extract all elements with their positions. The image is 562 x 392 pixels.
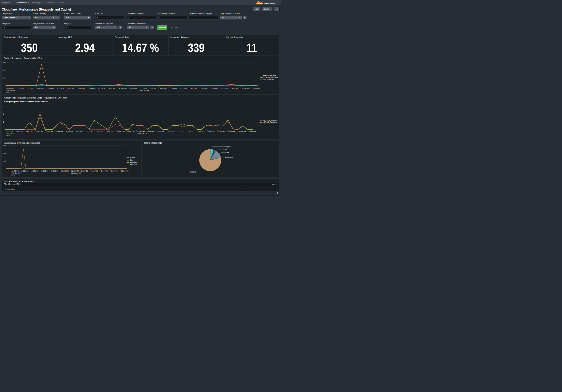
svg-text:2:00 PM: 2:00 PM [37, 87, 44, 89]
svg-text:2:00 AM: 2:00 AM [81, 170, 88, 172]
svg-text:6:00 AM: 6:00 AM [198, 131, 204, 133]
svg-text:200: 200 [3, 152, 6, 154]
svg-text:5:00 AM: 5:00 AM [188, 131, 194, 133]
svg-text:7:00 AM: 7:00 AM [211, 87, 218, 89]
svg-text:100: 100 [2, 77, 5, 79]
svg-text:2:00 AM: 2:00 AM [160, 87, 166, 89]
svg-text:unknown: unknown [130, 163, 137, 165]
svg-text:7:00 PM: 7:00 PM [88, 87, 95, 89]
svg-text:11:00 AM: 11:00 AM [6, 131, 13, 133]
svg-text:1:00 PM: 1:00 PM [26, 131, 33, 133]
svg-text:11:00 PM: 11:00 PM [129, 87, 137, 89]
svg-text:4:00 PM: 4:00 PM [31, 170, 38, 172]
svg-text:6:00 AM: 6:00 AM [201, 87, 207, 89]
svg-text:5:00 AM: 5:00 AM [191, 87, 197, 89]
svg-text:Wed Jun 12: Wed Jun 12 [137, 133, 147, 135]
svg-text:12:00 PM: 12:00 PM [12, 170, 19, 172]
svg-text:2019: 2019 [6, 135, 10, 137]
svg-text:Tue Jun 11: Tue Jun 11 [6, 89, 15, 92]
svg-text:11:00 AM: 11:00 AM [248, 131, 256, 133]
svg-text:100: 100 [3, 160, 6, 162]
svg-text:200: 200 [2, 69, 5, 71]
svg-text:Wed Jun 12: Wed Jun 12 [140, 89, 149, 92]
svg-text:1:00 AM: 1:00 AM [147, 131, 154, 133]
svg-text:8:00 PM: 8:00 PM [51, 170, 58, 172]
svg-text:avg_total_requests: avg_total_requests [263, 121, 277, 123]
svg-text:7:00 PM: 7:00 PM [87, 131, 93, 133]
svg-text:4:00 PM: 4:00 PM [56, 131, 63, 133]
svg-text:10:00 PM: 10:00 PM [119, 87, 127, 89]
svg-text:300: 300 [3, 145, 6, 147]
svg-text:6:00 PM: 6:00 PM [41, 170, 48, 172]
svg-text:5:00 PM: 5:00 PM [68, 87, 74, 89]
svg-text:300: 300 [2, 61, 5, 63]
svg-text:8:00 AM: 8:00 AM [111, 170, 117, 172]
svg-text:Wed Jun 12: Wed Jun 12 [71, 172, 81, 174]
svg-text:10:00 AM: 10:00 AM [121, 170, 128, 172]
svg-text:hit: hit [225, 149, 227, 150]
svg-text:2019: 2019 [6, 91, 10, 93]
svg-text:3:00 PM: 3:00 PM [47, 87, 54, 89]
svg-text:expired: expired [225, 146, 231, 148]
svg-text:2019: 2019 [12, 174, 16, 176]
svg-text:1:00 PM: 1:00 PM [27, 87, 33, 89]
svg-text:12:00 PM: 12:00 PM [16, 131, 23, 133]
svg-text:revalidated: revalidated [225, 157, 233, 159]
svg-text:4:00 AM: 4:00 AM [180, 87, 187, 89]
svg-text:12:00 AM: 12:00 AM [71, 170, 79, 172]
svg-text:8:00 AM: 8:00 AM [221, 87, 228, 89]
svg-text:8:00 PM: 8:00 PM [97, 131, 103, 133]
svg-text:8:00 AM: 8:00 AM [218, 131, 224, 133]
svg-text:3:00 AM: 3:00 AM [170, 87, 176, 89]
svg-text:4:00 AM: 4:00 AM [91, 170, 97, 172]
svg-text:9:00 AM: 9:00 AM [232, 87, 238, 89]
svg-text:11:00 PM: 11:00 PM [127, 131, 134, 133]
svg-text:total_requests: total_requests [263, 78, 274, 80]
svg-text:unknown: unknown [189, 171, 196, 173]
svg-text:8:00 PM: 8:00 PM [98, 87, 105, 89]
svg-text:4:00 PM: 4:00 PM [57, 87, 64, 89]
svg-text:10:00 PM: 10:00 PM [61, 170, 69, 172]
svg-text:9:00 AM: 9:00 AM [228, 131, 234, 133]
svg-text:3:00 PM: 3:00 PM [46, 131, 53, 133]
svg-text:11:00 AM: 11:00 AM [252, 87, 260, 89]
svg-text:6: 6 [3, 105, 4, 107]
svg-text:12:00 PM: 12:00 PM [16, 87, 24, 89]
svg-text:6:00 PM: 6:00 PM [78, 87, 84, 89]
svg-text:2: 2 [3, 121, 4, 123]
svg-text:4: 4 [3, 113, 4, 115]
svg-text:11:00 AM: 11:00 AM [6, 87, 13, 89]
svg-text:9:00 PM: 9:00 PM [109, 87, 115, 89]
svg-text:miss: miss [225, 151, 229, 153]
svg-text:5:00 PM: 5:00 PM [66, 131, 73, 133]
svg-text:7:00 AM: 7:00 AM [208, 131, 214, 133]
svg-text:4:00 AM: 4:00 AM [178, 131, 184, 133]
svg-text:10:00 PM: 10:00 PM [117, 131, 125, 133]
svg-text:6:00 AM: 6:00 AM [101, 170, 107, 172]
svg-text:2:00 AM: 2:00 AM [157, 131, 164, 133]
svg-text:Tue Jun 11: Tue Jun 11 [6, 133, 14, 135]
svg-text:9:00 PM: 9:00 PM [107, 131, 114, 133]
svg-text:10:00 AM: 10:00 AM [238, 131, 246, 133]
svg-text:2:00 PM: 2:00 PM [36, 131, 43, 133]
svg-text:1:00 AM: 1:00 AM [150, 87, 156, 89]
svg-text:6:00 PM: 6:00 PM [76, 131, 83, 133]
svg-text:12:00 AM: 12:00 AM [137, 131, 145, 133]
svg-text:12:00 AM: 12:00 AM [140, 87, 147, 89]
svg-text:3:00 AM: 3:00 AM [167, 131, 174, 133]
svg-text:Tue Jun 11: Tue Jun 11 [12, 172, 20, 174]
svg-text:10:00 AM: 10:00 AM [242, 87, 249, 89]
svg-text:2:00 PM: 2:00 PM [22, 170, 28, 172]
